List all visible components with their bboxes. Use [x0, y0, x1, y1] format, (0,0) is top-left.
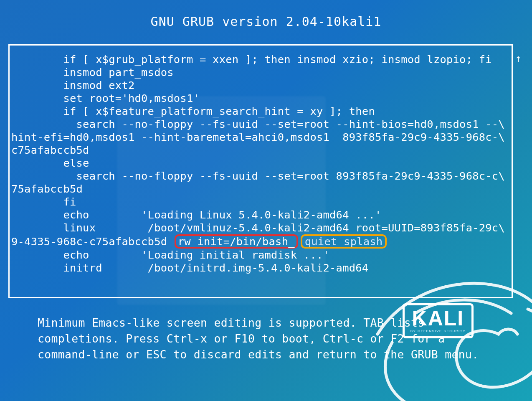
code-line: c75afabccb5d	[11, 144, 89, 156]
grub-title: GNU GRUB version 2.04-10kali1	[0, 0, 532, 29]
grub-config-text[interactable]: if [ x$grub_platform = xxen ]; then insm…	[11, 53, 510, 274]
code-line: else	[11, 157, 89, 169]
kali-logo-text: KALI	[410, 308, 466, 329]
code-line: initrd /boot/initrd.img-5.4.0-kali2-amd6…	[11, 261, 368, 274]
scroll-up-icon: ↑	[515, 52, 522, 65]
code-line: echo 'Loading initial ramdisk ...'	[11, 249, 329, 261]
code-line: linux /boot/vmlinuz-5.4.0-kali2-amd64 ro…	[11, 221, 505, 234]
code-line: 75afabccb5d	[11, 183, 83, 195]
code-line: echo 'Loading Linux 5.4.0-kali2-amd64 ..…	[11, 208, 381, 221]
code-line-prefix: 9-4335-968c-c75afabccb5d	[11, 235, 174, 248]
code-line: set root='hd0,msdos1'	[11, 92, 200, 104]
code-line: hint-efi=hd0,msdos1 --hint-baremetal=ahc…	[11, 131, 505, 143]
kali-logo-tagline: BY OFFENSIVE SECURITY	[410, 330, 466, 333]
code-line: insmod ext2	[11, 79, 135, 91]
highlight-quiet-splash: quiet splash	[301, 234, 387, 249]
code-line: search --no-floppy --fs-uuid --set=root …	[11, 118, 505, 130]
kali-logo-badge: KALI BY OFFENSIVE SECURITY	[403, 303, 474, 338]
code-line: fi	[11, 195, 76, 208]
code-line: search --no-floppy --fs-uuid --set=root …	[11, 170, 505, 182]
highlight-init-bin-bash: rw init=/bin/bash_	[175, 234, 298, 249]
code-line: if [ x$grub_platform = xxen ]; then insm…	[11, 53, 492, 66]
code-line: insmod part_msdos	[11, 66, 174, 79]
code-line: if [ x$feature_platform_search_hint = xy…	[11, 105, 375, 117]
grub-editor[interactable]: ↑ if [ x$grub_platform = xxen ]; then in…	[8, 44, 513, 298]
